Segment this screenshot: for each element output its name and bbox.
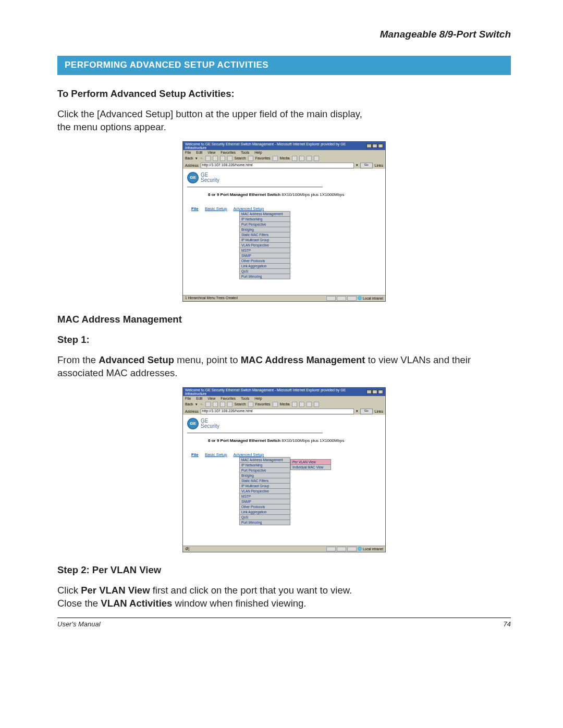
window-titlebar: Welcome to GE Security Ethernet Switch M…	[183, 142, 385, 150]
address-input[interactable]: http://3.107.108.228/home.html	[201, 163, 354, 168]
menu-item[interactable]: Port Perspective	[239, 222, 290, 227]
home-icon[interactable]	[220, 402, 225, 407]
close-icon[interactable]: ×	[378, 390, 383, 394]
menu-item[interactable]: Static MAC Filters	[239, 232, 290, 238]
menu-item[interactable]: MAC Address Management	[239, 212, 290, 217]
tab-file[interactable]: File	[191, 206, 199, 211]
submenu-per-vlan-view[interactable]: Per VLAN View	[290, 460, 331, 465]
menu-item[interactable]: Bridging	[239, 227, 290, 232]
refresh-icon[interactable]	[213, 402, 218, 407]
browser-menubar: File Edit View Favorites Tools Help	[183, 396, 385, 401]
menu-file[interactable]: File	[185, 151, 191, 154]
maximize-icon[interactable]: □	[372, 390, 377, 394]
intro-heading: To Perform Advanced Setup Activities:	[57, 88, 511, 101]
menu-tools[interactable]: Tools	[241, 151, 249, 154]
status-bar: @] 🌐 Local intranet	[183, 546, 385, 552]
step2-text: Click Per VLAN View first and click on t…	[57, 584, 511, 610]
tab-basic-setup[interactable]: Basic Setup	[205, 452, 227, 457]
brand-logo: GE GE Security	[187, 418, 381, 429]
print-icon[interactable]	[307, 402, 312, 407]
window-title: Welcome to GE Security Ethernet Switch M…	[185, 142, 366, 150]
address-bar: Address http://3.107.108.228/home.html ▾…	[183, 408, 385, 415]
tab-file[interactable]: File	[191, 452, 199, 457]
window-controls: - □ ×	[366, 144, 383, 148]
window-title: Welcome to GE Security Ethernet Switch M…	[185, 388, 366, 396]
menu-favorites[interactable]: Favorites	[221, 151, 236, 154]
go-button[interactable]: Go	[360, 409, 373, 414]
page-footer: User's Manual 74	[57, 618, 511, 628]
tab-advanced-setup[interactable]: Advanced Setup	[234, 452, 264, 457]
history-icon[interactable]	[292, 402, 297, 407]
menu-edit[interactable]: Edit	[196, 397, 202, 400]
edit-icon[interactable]	[314, 402, 319, 407]
menu-file[interactable]: File	[185, 397, 191, 400]
stop-icon[interactable]	[205, 156, 211, 161]
step2-heading: Step 2: Per VLAN View	[57, 564, 511, 577]
submenu-individual-mac-view[interactable]: Individual MAC View	[290, 465, 331, 470]
address-label: Address	[185, 164, 199, 167]
menu-view[interactable]: View	[207, 397, 215, 400]
close-icon[interactable]: ×	[378, 144, 383, 148]
screenshot-1: Welcome to GE Security Ethernet Switch M…	[182, 141, 386, 302]
minimize-icon[interactable]: -	[366, 390, 372, 394]
menu-item[interactable]: MAC Address Management	[239, 458, 290, 463]
media-icon[interactable]	[273, 156, 278, 161]
switch-model-label: 8 or 9 Port Managed Ethernet Switch 8X10…	[208, 438, 381, 443]
menu-item[interactable]: IP Networking	[239, 217, 290, 222]
address-bar: Address http://3.107.108.228/home.html ▾…	[183, 162, 385, 169]
back-button[interactable]: Back	[185, 156, 193, 160]
status-zone: Local intranet	[363, 297, 383, 300]
favorites-icon[interactable]	[248, 402, 253, 407]
tab-advanced-setup[interactable]: Advanced Setup	[234, 206, 264, 211]
window-titlebar: Welcome to GE Security Ethernet Switch M…	[183, 388, 385, 396]
media-icon[interactable]	[273, 402, 278, 407]
menu-item[interactable]: QoS	[239, 269, 290, 274]
go-button[interactable]: Go	[360, 163, 373, 168]
edit-icon[interactable]	[314, 156, 319, 161]
manual-page: Manageable 8/9-Port Switch PERFORMING AD…	[0, 0, 563, 728]
history-icon[interactable]	[292, 156, 297, 161]
favorites-icon[interactable]	[248, 156, 253, 161]
menu-tools[interactable]: Tools	[241, 397, 249, 400]
menu-item[interactable]: IP Networking	[239, 463, 290, 468]
print-icon[interactable]	[307, 156, 312, 161]
menu-item[interactable]: IP Multicast Group	[239, 238, 290, 243]
step1-label: Step 1:	[57, 334, 511, 347]
refresh-icon[interactable]	[213, 156, 218, 161]
menu-item[interactable]: MSTP	[239, 248, 290, 253]
menu-item[interactable]: SNMP	[239, 253, 290, 258]
home-icon[interactable]	[220, 156, 225, 161]
menu-help[interactable]: Help	[254, 151, 262, 154]
search-icon[interactable]	[227, 156, 232, 161]
setup-tabs: File Basic Setup Advanced Setup	[191, 452, 381, 457]
menu-view[interactable]: View	[207, 151, 215, 154]
maximize-icon[interactable]: □	[372, 144, 377, 148]
menu-item[interactable]: Link Aggregation	[239, 264, 290, 269]
menu-item[interactable]: Other Protocols	[239, 258, 290, 264]
stop-icon[interactable]	[205, 402, 211, 407]
minimize-icon[interactable]: -	[366, 144, 372, 148]
tab-basic-setup[interactable]: Basic Setup	[205, 206, 227, 211]
section-title-bar: PERFORMING ADVANCED SETUP ACTIVITIES	[57, 56, 511, 75]
switch-model-label: 8 or 9 Port Managed Ethernet Switch 8X10…	[208, 192, 381, 197]
footer-page-number: 74	[504, 620, 511, 628]
menu-item[interactable]: Port Mirroring	[239, 274, 290, 279]
mail-icon[interactable]	[299, 402, 304, 407]
links-label: Links	[375, 410, 383, 413]
page-content: GE GE Security 8 or 9 Port Managed Ether…	[183, 169, 385, 295]
mail-icon[interactable]	[299, 156, 304, 161]
menu-edit[interactable]: Edit	[196, 151, 202, 154]
menu-item[interactable]: VLAN Perspective	[239, 243, 290, 248]
advanced-setup-menu: MAC Address Management IP Networking Por…	[239, 211, 290, 279]
browser-toolbar: Back▾→ Search Favorites Media	[183, 155, 385, 162]
product-header: Manageable 8/9-Port Switch	[57, 29, 511, 40]
search-icon[interactable]	[227, 402, 232, 407]
address-input[interactable]: http://3.107.108.228/home.html	[201, 409, 354, 414]
links-label: Links	[375, 164, 383, 167]
back-button[interactable]: Back	[185, 402, 193, 406]
mac-heading: MAC Address Management	[57, 313, 511, 326]
menu-favorites[interactable]: Favorites	[221, 397, 236, 400]
menu-help[interactable]: Help	[254, 397, 262, 400]
status-bar: 1 Hierarchical Menu Trees Created 🌐 Loca…	[183, 295, 385, 301]
intro-text: Click the [Advanced Setup] button at the…	[57, 108, 511, 134]
